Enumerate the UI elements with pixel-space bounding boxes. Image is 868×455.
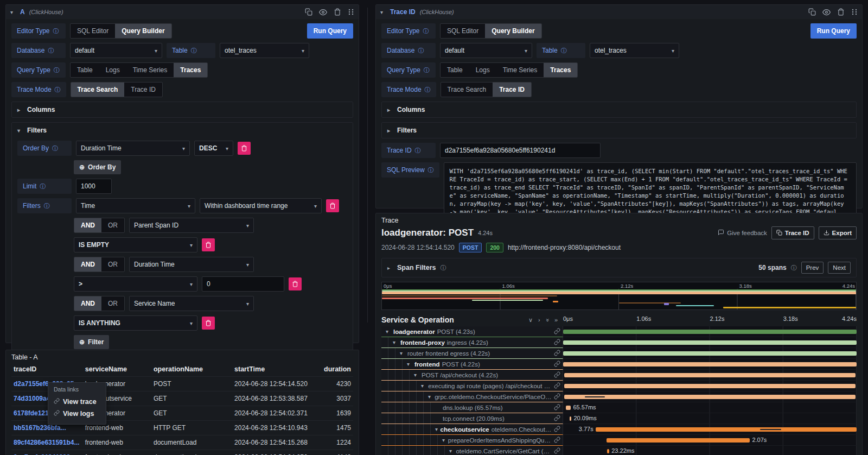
collapse-icon[interactable]: ▾ [380,9,386,15]
filter3-op-select[interactable]: >▾ [74,276,197,292]
table-select[interactable]: otel_traces▾ [220,43,309,58]
table-select[interactable]: otel_traces▾ [590,43,679,58]
span-bar[interactable] [596,427,857,432]
query-type-table[interactable]: Table [441,63,469,77]
span-row[interactable]: ▾ router frontend egress (4.22s) [381,348,857,359]
link-icon[interactable] [554,447,560,455]
span-row[interactable]: ▾ frontend POST (4.22s) [381,359,857,370]
database-select[interactable]: default▾ [440,43,532,58]
filter2-op-select[interactable]: IS EMPTY▾ [74,237,197,252]
trace-id-button[interactable]: Trace ID [771,226,814,239]
span-bar[interactable] [564,395,856,399]
link-icon[interactable] [554,393,560,401]
filter-field-select[interactable]: Time▾ [76,198,195,213]
span-bar[interactable] [563,330,857,334]
remove-order-by-button[interactable] [238,142,251,155]
filter4-op-select[interactable]: IS ANYTHING▾ [74,315,197,331]
run-query-button[interactable]: Run Query [307,23,353,39]
order-by-field-select[interactable]: Duration Time▾ [76,141,190,156]
span-bar[interactable] [566,406,571,410]
info-icon[interactable]: ⓘ [791,264,797,272]
columns-section[interactable]: ▸Columns [11,102,353,118]
trace-id-link[interactable]: 89cf4286e631591b4... [11,435,83,450]
filter-value-select[interactable]: Within dashboard time range▾ [200,198,322,213]
panel-header-traceid[interactable]: ▾ Trace ID (ClickHouse) [376,5,862,19]
duplicate-icon[interactable] [808,8,816,16]
and-option[interactable]: AND [74,257,101,271]
filter3-value-input[interactable] [202,276,284,292]
column-divider[interactable] [367,8,368,323]
span-row[interactable]: ▾ dns.lookup (65.57ms) 65.57ms [381,402,857,413]
span-row[interactable]: ▾ frontend-proxy ingress (4.22s) [381,337,857,348]
query-builder-option[interactable]: Query Builder [485,24,541,38]
export-button[interactable]: Export [819,226,857,239]
span-filters-label[interactable]: Span Filters [397,264,436,271]
link-icon[interactable] [554,437,560,444]
info-icon[interactable]: ⓘ [423,27,429,35]
info-icon[interactable]: ⓘ [191,47,197,55]
col-header-operationname[interactable]: operationName [151,362,232,377]
add-filter-button[interactable]: ⊕Filter [74,335,109,349]
info-icon[interactable]: ⓘ [52,144,58,153]
col-header-duration[interactable]: duration [322,362,353,377]
col-header-starttime[interactable]: startTime [232,362,322,377]
collapse-icon[interactable]: ▾ [10,9,16,15]
trace-id-link[interactable]: 2cc7ccfc01941806c... [11,450,83,455]
sql-editor-option[interactable]: SQL Editor [441,24,485,38]
info-icon[interactable]: ⓘ [561,47,567,55]
or-option[interactable]: OR [101,218,124,232]
chevron-down-icon[interactable]: ▾ [428,394,432,400]
remove-filter-button[interactable] [326,199,339,212]
span-bar[interactable] [564,373,856,377]
link-icon[interactable] [554,382,560,390]
info-icon[interactable]: ⓘ [425,86,431,94]
span-row[interactable]: ▾ executing api route (pages) /api/check… [381,381,857,391]
trash-icon[interactable] [837,8,845,16]
query-type-timeseries[interactable]: Time Series [126,63,174,77]
run-query-button[interactable]: Run Query [810,23,857,39]
query-type-logs[interactable]: Logs [469,63,496,77]
span-row[interactable]: ▾ prepareOrderItemsAndShippingQuoteFromC… [381,435,857,446]
info-icon[interactable]: ⓘ [418,47,424,55]
span-bar[interactable] [563,340,857,345]
prev-button[interactable]: Prev [801,262,824,274]
info-icon[interactable]: ⓘ [424,66,430,74]
info-icon[interactable]: ⓘ [415,147,421,155]
chevron-down-icon[interactable]: ▾ [400,350,405,356]
span-bar[interactable] [563,351,857,356]
panel-header-a[interactable]: ▾ A (ClickHouse) [6,5,359,19]
trash-icon[interactable] [334,8,341,16]
remove-filter3-button[interactable] [289,277,302,290]
trace-id-option[interactable]: Trace ID [493,83,531,97]
filter3-field-select[interactable]: Duration Time▾ [129,257,254,272]
filter2-field-select[interactable]: Parent Span ID▾ [129,218,254,233]
collapse-all-icon[interactable]: » [544,318,551,321]
chevron-down-icon[interactable]: ▾ [449,448,454,454]
sql-editor-option[interactable]: SQL Editor [71,24,115,38]
link-icon[interactable] [554,328,560,336]
remove-filter4-button[interactable] [202,317,215,330]
eye-icon[interactable] [319,8,327,16]
span-bar[interactable] [564,384,856,388]
info-icon[interactable]: ⓘ [48,47,54,55]
eye-icon[interactable] [822,8,831,16]
trace-id-option[interactable]: Trace ID [124,83,162,97]
span-row[interactable]: ▾ oteldemo.CartService/GetCart (23.22ms)… [381,446,857,455]
trace-search-option[interactable]: Trace Search [441,83,493,97]
view-trace-link[interactable]: View trace [54,396,100,408]
give-feedback-button[interactable]: Give feedback [718,229,767,237]
span-row[interactable]: ▾ loadgenerator POST (4.23s) [381,326,857,337]
span-bar[interactable] [563,362,857,366]
info-icon[interactable]: ⓘ [40,182,46,191]
query-type-timeseries[interactable]: Time Series [496,63,544,77]
span-row[interactable]: ▾ POST /api/checkout (4.22s) [381,370,857,381]
filters-section[interactable]: ▸Filters [381,122,857,138]
add-order-by-button[interactable]: ⊕Order By [74,160,121,174]
drag-handle-icon[interactable] [851,9,858,15]
span-row[interactable]: ▾ checkoutservice oteldemo.CheckoutServi… [381,424,857,435]
col-header-servicename[interactable]: serviceName [83,362,151,377]
and-option[interactable]: AND [74,296,101,311]
chevron-down-icon[interactable]: ▾ [393,339,398,345]
link-icon[interactable] [554,426,560,433]
link-icon[interactable] [554,361,560,368]
